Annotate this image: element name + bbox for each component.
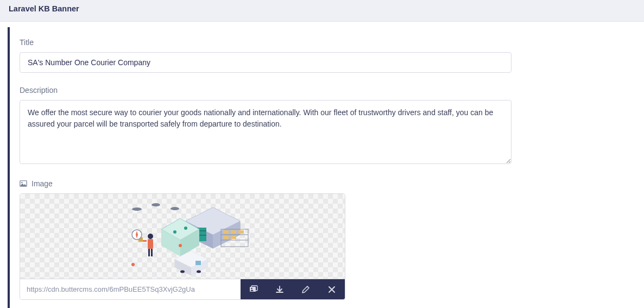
image-url-display: https://cdn.buttercms.com/6mPBuEE5TSq3Xv… [20, 279, 241, 299]
description-input[interactable] [20, 100, 512, 164]
title-input[interactable] [20, 52, 512, 73]
left-accent-bar [8, 27, 17, 308]
svg-point-34 [197, 271, 201, 273]
svg-point-37 [151, 203, 160, 206]
svg-rect-25 [148, 249, 150, 256]
svg-rect-27 [142, 240, 147, 242]
edit-image-button[interactable] [293, 279, 319, 300]
svg-point-21 [184, 227, 187, 230]
description-field-group: Description [20, 86, 512, 166]
svg-point-33 [180, 271, 185, 273]
svg-point-1 [21, 182, 22, 183]
svg-point-38 [171, 207, 179, 210]
media-icon [249, 285, 258, 294]
form-body: Title Description Image [17, 22, 528, 308]
section-header: Laravel KB Banner [0, 0, 644, 22]
image-toolbar-buttons [241, 279, 345, 299]
image-label-text: Image [31, 179, 53, 188]
svg-point-23 [148, 234, 153, 239]
svg-rect-16 [231, 236, 236, 239]
image-preview[interactable] [20, 194, 345, 279]
svg-rect-13 [231, 230, 236, 234]
image-field-group: Image [20, 179, 512, 300]
svg-point-44 [251, 287, 252, 288]
svg-rect-15 [223, 236, 229, 239]
replace-image-button[interactable] [241, 279, 267, 300]
svg-rect-14 [238, 230, 244, 234]
svg-rect-24 [148, 239, 153, 249]
content-area: Title Description Image [0, 22, 644, 308]
svg-rect-12 [223, 230, 229, 234]
svg-point-36 [132, 208, 142, 211]
download-icon [275, 285, 284, 294]
svg-point-41 [131, 263, 135, 266]
svg-rect-26 [151, 249, 153, 256]
svg-point-22 [179, 244, 182, 247]
description-label: Description [20, 86, 512, 95]
section-title: Laravel KB Banner [9, 0, 79, 13]
close-icon [327, 285, 336, 294]
image-label: Image [20, 179, 512, 188]
svg-point-20 [173, 230, 176, 234]
remove-image-button[interactable] [319, 279, 345, 300]
title-label: Title [20, 38, 512, 47]
title-field-group: Title [20, 38, 512, 73]
edit-icon [301, 285, 310, 294]
image-toolbar: https://cdn.buttercms.com/6mPBuEE5TSq3Xv… [20, 279, 345, 299]
svg-rect-35 [195, 261, 201, 265]
image-container: https://cdn.buttercms.com/6mPBuEE5TSq3Xv… [20, 193, 345, 300]
courier-illustration [129, 199, 264, 275]
download-image-button[interactable] [267, 279, 293, 300]
image-icon [20, 180, 27, 187]
